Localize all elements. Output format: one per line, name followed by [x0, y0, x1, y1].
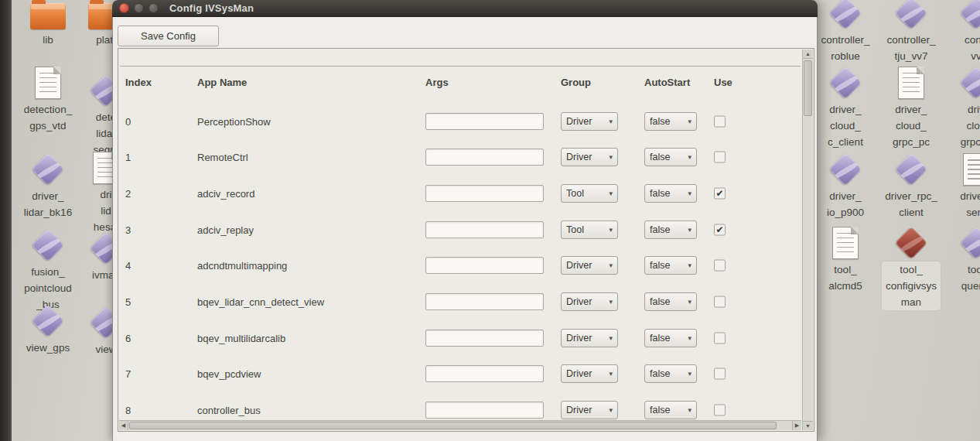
- autostart-select[interactable]: false ▾: [644, 112, 697, 131]
- desktop-icon[interactable]: toolqueryr: [941, 227, 980, 294]
- group-select[interactable]: Driver ▾: [561, 401, 618, 419]
- diamond-icon-box: [829, 153, 862, 186]
- chevron-down-icon: ▾: [609, 190, 613, 197]
- use-checkbox[interactable]: ✔: [714, 187, 726, 199]
- diamond-icon-box: [829, 0, 862, 29]
- group-select-value: Tool: [566, 188, 584, 199]
- args-input[interactable]: [425, 330, 544, 347]
- table-row: 4 adcndtmultimapping Driver ▾ false ▾: [118, 248, 801, 284]
- desktop-icon[interactable]: tool_configivsysman: [876, 227, 947, 310]
- chevron-down-icon: ▾: [688, 153, 691, 161]
- horizontal-scrollbar-thumb[interactable]: [129, 422, 777, 429]
- desktop-icon-label: detection_gps_vtd: [24, 101, 72, 134]
- group-select[interactable]: Driver ▾: [561, 148, 618, 166]
- use-checkbox[interactable]: [714, 260, 726, 272]
- table-row: 7 bqev_pcdview Driver ▾ false ▾: [118, 356, 801, 392]
- use-checkbox[interactable]: [714, 152, 726, 163]
- group-select[interactable]: Driver ▾: [561, 364, 618, 383]
- scroll-up-icon[interactable]: ▲: [803, 50, 813, 59]
- args-input[interactable]: [425, 257, 544, 274]
- group-select-value: Driver: [566, 260, 592, 271]
- row-index-label: 8: [125, 405, 131, 416]
- app-name-label: bqev_multilidarcalib: [197, 332, 285, 344]
- desktop-icon-label: tool_configivsysman: [882, 262, 941, 310]
- chevron-down-icon: ▾: [609, 262, 613, 269]
- minimize-icon[interactable]: [134, 3, 144, 13]
- horizontal-scrollbar[interactable]: ◀ ▶: [119, 420, 801, 430]
- autostart-select-value: false: [650, 116, 670, 127]
- diamond-icon-box: [32, 305, 64, 337]
- group-select[interactable]: Driver ▾: [561, 256, 618, 275]
- autostart-select[interactable]: false ▾: [644, 256, 697, 275]
- desktop-icon[interactable]: driver_serv: [941, 153, 980, 220]
- desktop-icon-label: view_gps: [26, 340, 70, 356]
- scroll-left-icon[interactable]: ◀: [119, 421, 128, 430]
- scroll-right-icon[interactable]: ▶: [792, 421, 801, 430]
- diamond-icon-box: [32, 229, 64, 262]
- desktop-icon[interactable]: driver_io_p900: [810, 153, 881, 220]
- args-input[interactable]: [425, 185, 544, 202]
- diamond-icon-box: [895, 227, 927, 259]
- use-checkbox[interactable]: ✔: [714, 224, 726, 235]
- chevron-down-icon: ▾: [688, 226, 691, 234]
- group-select[interactable]: Tool ▾: [561, 220, 618, 239]
- autostart-select[interactable]: false ▾: [644, 292, 697, 311]
- group-select-value: Driver: [566, 405, 592, 415]
- maximize-icon[interactable]: [149, 3, 159, 13]
- desktop-icon[interactable]: controller_tju_vv7: [876, 0, 947, 64]
- table-row: 0 PerceptionShow Driver ▾ false ▾: [118, 103, 801, 139]
- app-name-label: bqev_pcdview: [197, 368, 261, 380]
- purple-diamond-icon: [960, 227, 980, 259]
- chevron-down-icon: ▾: [688, 334, 691, 342]
- desktop-icon[interactable]: tool_alcmd5: [810, 227, 881, 294]
- args-input[interactable]: [425, 149, 544, 166]
- group-select-value: Driver: [566, 368, 592, 379]
- group-select[interactable]: Tool ▾: [561, 184, 618, 203]
- args-input[interactable]: [425, 221, 544, 238]
- autostart-select[interactable]: false ▾: [644, 148, 697, 166]
- autostart-select-value: false: [650, 152, 670, 162]
- app-name-label: adciv_record: [197, 187, 254, 199]
- vertical-scrollbar-thumb[interactable]: [804, 60, 812, 116]
- use-checkbox[interactable]: [714, 332, 726, 344]
- group-select[interactable]: Driver ▾: [561, 329, 618, 347]
- use-checkbox[interactable]: [714, 405, 726, 416]
- group-select[interactable]: Driver ▾: [561, 112, 618, 131]
- desktop-icon-label: contrvv: [965, 32, 980, 64]
- window-body: Save Config Index App Name Args Group Au…: [112, 17, 818, 441]
- autostart-select[interactable]: false ▾: [644, 364, 697, 383]
- diamond-icon-box: [960, 0, 980, 29]
- close-icon[interactable]: [119, 3, 129, 13]
- table-row: 3 adciv_replay Tool ▾ false ▾ ✔: [118, 211, 801, 248]
- scroll-down-icon[interactable]: ▼: [803, 421, 813, 430]
- desktop-icon[interactable]: driver_cloud_c_client: [810, 67, 881, 150]
- autostart-select[interactable]: false ▾: [644, 220, 697, 239]
- diamond-icon-box: [895, 0, 927, 29]
- args-input[interactable]: [425, 402, 544, 419]
- group-select[interactable]: Driver ▾: [561, 292, 618, 311]
- save-config-button[interactable]: Save Config: [118, 26, 219, 46]
- desktop-icon[interactable]: contrvv: [941, 0, 980, 64]
- document-icon: [35, 67, 61, 99]
- desktop-icon-label: controller_roblue: [821, 32, 869, 64]
- args-input[interactable]: [425, 293, 544, 310]
- use-checkbox[interactable]: [714, 368, 726, 380]
- args-input[interactable]: [425, 113, 544, 130]
- desktop-icon[interactable]: drivclougrpc_s: [941, 67, 980, 150]
- chevron-down-icon: ▾: [609, 334, 613, 342]
- group-select-value: Driver: [566, 296, 592, 307]
- use-checkbox[interactable]: [714, 296, 726, 308]
- desktop-icon[interactable]: driver_cloud_grpc_pc: [876, 67, 947, 150]
- window-titlebar[interactable]: Config IVSysMan: [112, 0, 818, 17]
- autostart-select[interactable]: false ▾: [644, 184, 697, 203]
- app-name-label: bqev_lidar_cnn_detect_view: [197, 296, 324, 308]
- autostart-select[interactable]: false ▾: [644, 401, 697, 419]
- desktop-icon[interactable]: controller_roblue: [810, 0, 881, 64]
- autostart-select-value: false: [650, 333, 670, 344]
- desktop-icon[interactable]: driver_rpc_client: [876, 153, 947, 220]
- args-input[interactable]: [425, 365, 544, 382]
- vertical-scrollbar[interactable]: ▲ ▼: [802, 50, 813, 430]
- use-checkbox[interactable]: [714, 115, 726, 127]
- diamond-icon-box: [960, 227, 980, 259]
- autostart-select[interactable]: false ▾: [644, 329, 697, 347]
